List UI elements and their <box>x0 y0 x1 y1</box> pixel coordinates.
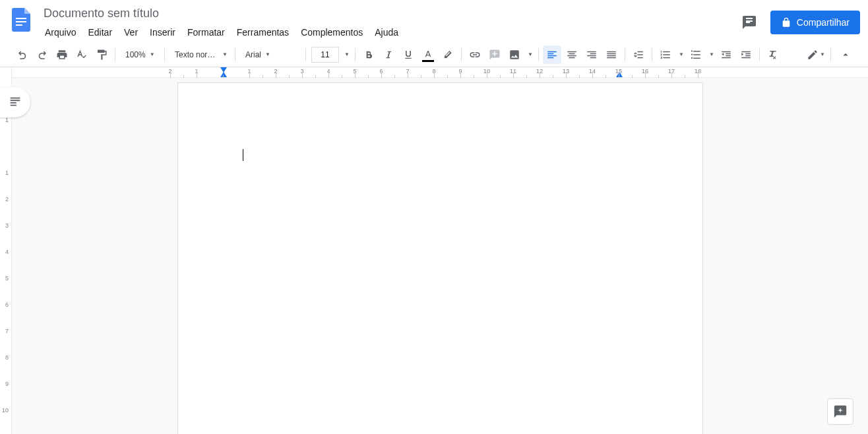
chevron-up-icon <box>840 49 852 61</box>
zoom-value: 100% <box>125 50 146 59</box>
text-cursor <box>243 149 244 161</box>
print-button[interactable] <box>53 46 71 64</box>
insert-comment-button[interactable] <box>485 46 504 64</box>
ruler-label: 1 <box>5 117 9 123</box>
insert-image-dropdown[interactable]: ▼ <box>525 46 534 64</box>
align-left-icon <box>546 49 558 61</box>
clear-formatting-button[interactable] <box>764 46 782 64</box>
editing-mode-button[interactable]: ▼ <box>807 46 825 64</box>
align-left-button[interactable] <box>543 46 561 64</box>
separator <box>235 48 235 61</box>
decrease-indent-button[interactable] <box>717 46 735 64</box>
redo-button[interactable] <box>33 46 51 64</box>
bold-button[interactable] <box>359 46 378 64</box>
ruler-label: 2 <box>5 196 9 202</box>
chevron-down-icon: ▼ <box>709 51 714 57</box>
increase-indent-button[interactable] <box>737 46 755 64</box>
explore-button[interactable] <box>827 398 853 425</box>
spellcheck-button[interactable] <box>73 46 91 64</box>
chevron-down-icon: ▼ <box>222 51 228 57</box>
insert-link-button[interactable] <box>466 46 484 64</box>
pencil-icon <box>807 49 819 61</box>
style-value: Texto norm... <box>175 50 218 59</box>
numbered-list-icon <box>660 49 671 61</box>
font-size-dropdown[interactable]: ▼ <box>342 46 351 64</box>
font-value: Arial <box>245 50 261 59</box>
chevron-down-icon: ▼ <box>265 51 270 57</box>
undo-button[interactable] <box>13 46 32 64</box>
separator <box>305 48 306 61</box>
menu-ajuda[interactable]: Ajuda <box>369 24 404 40</box>
numbered-list-button[interactable] <box>656 46 675 64</box>
clear-format-icon <box>767 49 779 61</box>
collapse-toolbar-button[interactable] <box>836 46 855 64</box>
menu-ver[interactable]: Ver <box>119 24 143 40</box>
align-right-button[interactable] <box>582 46 601 64</box>
zoom-dropdown[interactable]: 100%▼ <box>119 46 160 63</box>
outline-icon <box>8 95 22 109</box>
chevron-down-icon: ▼ <box>344 51 350 57</box>
docs-logo[interactable] <box>8 7 34 33</box>
increase-indent-icon <box>740 49 752 61</box>
italic-button[interactable] <box>379 46 398 64</box>
bulleted-list-button[interactable] <box>687 46 705 64</box>
comment-icon <box>741 15 757 30</box>
decrease-indent-icon <box>720 49 732 61</box>
spellcheck-icon <box>76 49 88 61</box>
separator <box>355 48 356 61</box>
document-title[interactable]: Documento sem título <box>40 5 163 22</box>
document-outline-toggle[interactable] <box>0 87 30 117</box>
ruler-label: 5 <box>5 275 9 282</box>
menu-editar[interactable]: Editar <box>82 24 117 40</box>
font-size-value: 11 <box>321 50 329 59</box>
image-icon <box>509 49 520 61</box>
underline-icon <box>403 49 414 60</box>
paragraph-style-dropdown[interactable]: Texto norm...▼ <box>169 46 231 63</box>
bulleted-list-dropdown[interactable]: ▼ <box>706 46 716 64</box>
font-family-dropdown[interactable]: Arial▼ <box>239 46 301 63</box>
separator <box>830 48 831 61</box>
align-center-icon <box>566 49 578 61</box>
menu-complementos[interactable]: Complementos <box>295 24 368 40</box>
menu-ferramentas[interactable]: Ferramentas <box>232 24 294 40</box>
vertical-ruler[interactable]: 211234567891011 <box>0 67 12 434</box>
separator <box>625 48 625 61</box>
chevron-down-icon: ▼ <box>820 51 825 57</box>
bold-icon <box>363 49 374 60</box>
share-button[interactable]: Compartilhar <box>770 11 860 34</box>
ruler-label: 1 <box>5 170 9 176</box>
text-color-button[interactable] <box>419 46 437 64</box>
bulleted-list-icon <box>690 49 702 61</box>
paint-roller-icon <box>96 49 108 61</box>
align-right-icon <box>586 49 598 61</box>
ruler-label: 10 <box>2 407 9 414</box>
align-justify-button[interactable] <box>602 46 621 64</box>
insert-image-button[interactable] <box>505 46 524 64</box>
open-comments-button[interactable] <box>736 9 762 36</box>
document-page[interactable] <box>178 83 702 434</box>
ruler-label: 6 <box>5 301 9 308</box>
menu-inserir[interactable]: Inserir <box>144 24 181 40</box>
chevron-down-icon: ▼ <box>528 51 533 57</box>
chevron-down-icon: ▼ <box>679 51 684 57</box>
svg-rect-2 <box>16 24 22 26</box>
add-comment-icon <box>489 49 501 61</box>
numbered-list-dropdown[interactable]: ▼ <box>676 46 685 64</box>
underline-button[interactable] <box>399 46 418 64</box>
separator <box>461 48 462 61</box>
line-spacing-button[interactable] <box>629 46 648 64</box>
highlight-color-button[interactable] <box>439 46 457 64</box>
align-center-button[interactable] <box>563 46 581 64</box>
document-canvas[interactable] <box>12 67 868 434</box>
undo-icon <box>16 49 28 61</box>
chevron-down-icon: ▼ <box>150 51 155 57</box>
lock-icon <box>781 17 791 28</box>
svg-rect-1 <box>16 21 26 22</box>
menu-formatar[interactable]: Formatar <box>182 24 230 40</box>
paint-format-button[interactable] <box>92 46 111 64</box>
text-color-icon <box>423 49 433 60</box>
ruler-label: 9 <box>5 381 9 387</box>
explore-icon <box>833 404 848 419</box>
font-size-input[interactable]: 11 <box>311 47 339 63</box>
menu-arquivo[interactable]: Arquivo <box>40 24 81 40</box>
